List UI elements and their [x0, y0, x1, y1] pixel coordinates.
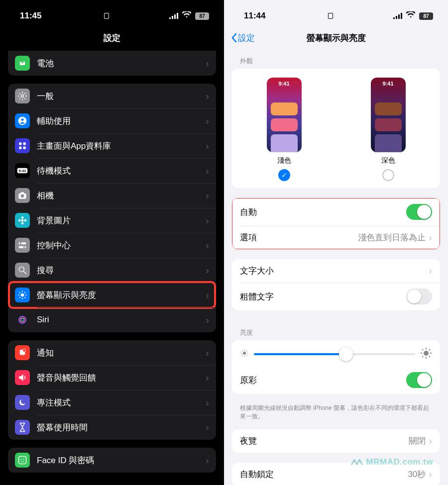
- row-label: 一般: [37, 91, 199, 102]
- row-label: Face ID 與密碼: [37, 455, 199, 466]
- back-button[interactable]: 設定: [231, 32, 255, 44]
- appearance-light-option[interactable]: 9:41 淺色 ✓: [267, 78, 302, 181]
- true-tone-toggle[interactable]: [406, 372, 432, 388]
- settings-row-notifications[interactable]: 通知›: [8, 340, 216, 365]
- status-bar: 11:45 87: [0, 0, 224, 27]
- svg-point-16: [21, 222, 24, 224]
- settings-list[interactable]: 電池›一般›輔助使用›主畫面與App資料庫›9:41待機模式›相機›背景圖片›控…: [0, 49, 224, 485]
- settings-row-wallpaper[interactable]: 背景圖片›: [8, 208, 216, 233]
- settings-row-siri[interactable]: Siri›: [8, 307, 216, 332]
- camera-icon: [15, 188, 30, 203]
- settings-row-accessibility[interactable]: 輔助使用›: [8, 108, 216, 133]
- svg-point-23: [19, 267, 24, 272]
- svg-point-42: [23, 459, 24, 460]
- page-title: 設定: [104, 32, 120, 44]
- settings-row-screentime[interactable]: 螢幕使用時間›: [8, 415, 216, 440]
- true-tone-row: 原彩: [232, 366, 440, 394]
- settings-row-home-app[interactable]: 主畫面與App資料庫›: [8, 133, 216, 158]
- chevron-right-icon: ›: [206, 58, 209, 69]
- dark-preview: 9:41: [371, 78, 406, 152]
- row-label: 聲音與觸覺回饋: [37, 372, 199, 384]
- brightness-slider[interactable]: [254, 353, 415, 355]
- row-label: 控制中心: [37, 240, 199, 251]
- settings-group: 電池›: [8, 51, 216, 76]
- automatic-label: 自動: [240, 206, 257, 218]
- chevron-right-icon: ›: [206, 397, 209, 408]
- bold-text-toggle[interactable]: [406, 289, 432, 304]
- settings-row-camera[interactable]: 相機›: [8, 183, 216, 208]
- settings-row-standby[interactable]: 9:41待機模式›: [8, 158, 216, 183]
- settings-row-battery[interactable]: 電池›: [8, 51, 216, 76]
- svg-point-20: [20, 243, 21, 244]
- battery-icon: 87: [418, 12, 433, 20]
- row-label: 相機: [37, 190, 199, 201]
- svg-point-17: [18, 219, 21, 222]
- card-icon: [104, 13, 109, 19]
- chevron-right-icon: ›: [206, 140, 209, 152]
- cellular-icon: [393, 13, 403, 19]
- status-bar: 11:44 87: [224, 0, 448, 27]
- settings-row-display[interactable]: 螢幕顯示與亮度›: [8, 283, 216, 307]
- settings-row-faceid[interactable]: Face ID 與密碼›: [8, 448, 216, 473]
- settings-row-focus[interactable]: 專注模式›: [8, 390, 216, 415]
- bold-text-row: 粗體文字: [232, 283, 440, 310]
- light-radio[interactable]: ✓: [278, 169, 290, 181]
- svg-line-57: [422, 349, 423, 350]
- text-size-row[interactable]: 文字大小 ›: [232, 259, 440, 283]
- svg-point-15: [21, 216, 24, 219]
- row-label: 搜尋: [37, 265, 199, 276]
- row-label: 通知: [37, 347, 199, 359]
- settings-row-sounds[interactable]: 聲音與觸覺回饋›: [8, 365, 216, 390]
- settings-group: 通知›聲音與觸覺回饋›專注模式›螢幕使用時間›: [8, 340, 216, 440]
- svg-line-48: [242, 351, 243, 352]
- svg-point-12: [21, 194, 24, 198]
- sun-max-icon: [420, 347, 432, 361]
- moon-icon: [15, 395, 30, 410]
- bell-icon: [15, 345, 30, 360]
- nav-bar: 設定: [0, 27, 224, 49]
- svg-rect-19: [19, 242, 26, 244]
- watermark: MRMAD.com.tw: [350, 457, 433, 467]
- dark-radio[interactable]: [382, 169, 394, 181]
- svg-point-52: [424, 351, 429, 356]
- svg-point-4: [21, 118, 24, 121]
- auto-lock-label: 自動鎖定: [240, 469, 274, 480]
- auto-lock-value: 30秒: [408, 469, 426, 480]
- svg-line-51: [246, 351, 247, 352]
- settings-row-general[interactable]: 一般›: [8, 84, 216, 108]
- settings-group: 一般›輔助使用›主畫面與App資料庫›9:41待機模式›相機›背景圖片›控制中心…: [8, 84, 216, 332]
- gear-icon: [15, 89, 30, 103]
- chevron-right-icon: ›: [206, 215, 209, 226]
- night-shift-row[interactable]: 夜覽 關閉 ›: [232, 429, 440, 453]
- true-tone-footnote: 根據周圍光線狀況自動調整 iPhone 螢幕，讓色彩在不同的環境下都看起來一致。: [224, 404, 448, 429]
- hourglass-icon: [15, 420, 30, 435]
- switches-icon: [15, 238, 30, 253]
- svg-point-22: [23, 246, 25, 248]
- svg-line-59: [422, 356, 423, 357]
- wifi-icon: [406, 11, 415, 21]
- row-label: 主畫面與App資料庫: [37, 140, 199, 152]
- row-label: 螢幕顯示與亮度: [37, 290, 199, 301]
- chevron-right-icon: ›: [206, 422, 209, 433]
- appearance-dark-option[interactable]: 9:41 深色: [371, 78, 406, 181]
- settings-root-screen: 11:45 87 設定 電池›一般›輔助使用›主畫面與App資料庫›9:41待機…: [0, 0, 224, 485]
- svg-text:9:41: 9:41: [19, 169, 26, 173]
- row-label: 專注模式: [37, 397, 199, 408]
- appearance-card: 9:41 淺色 ✓ 9:41 深色: [232, 69, 440, 188]
- svg-line-30: [19, 292, 20, 293]
- row-label: 螢幕使用時間: [37, 422, 199, 433]
- battery-icon: 87: [194, 12, 209, 20]
- settings-row-search[interactable]: 搜尋›: [8, 258, 216, 283]
- svg-line-50: [242, 355, 243, 356]
- speaker-icon: [15, 370, 30, 385]
- chevron-right-icon: ›: [206, 290, 209, 301]
- chevron-right-icon: ›: [206, 347, 209, 359]
- clock-icon: 9:41: [15, 163, 30, 178]
- automatic-toggle[interactable]: [406, 204, 432, 220]
- display-settings-list[interactable]: 外觀 9:41 淺色 ✓ 9:41 深色: [224, 49, 448, 485]
- automatic-row: 自動: [232, 198, 440, 226]
- settings-row-control-center[interactable]: 控制中心›: [8, 233, 216, 258]
- chevron-right-icon: ›: [429, 469, 432, 480]
- options-row[interactable]: 選項 淺色直到日落為止 ›: [232, 226, 440, 249]
- nav-bar: 設定 螢幕顯示與亮度: [224, 27, 448, 49]
